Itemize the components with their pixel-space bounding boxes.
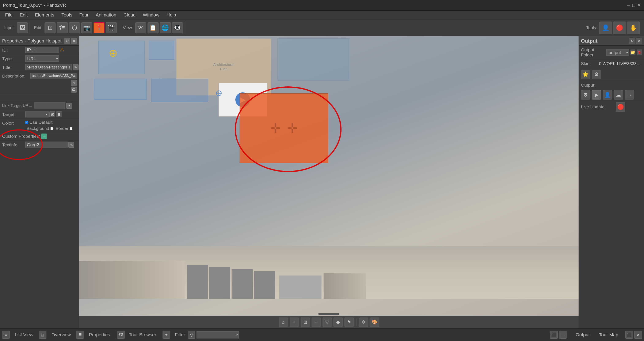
id-warning-icon: ⚠ [60,47,64,53]
blank-row [0,94,79,101]
skin-icon-1[interactable]: ⭐ [581,70,590,79]
menu-tour[interactable]: Tour [76,12,92,19]
view-icon-3[interactable]: 🌐 [160,23,171,33]
output-folder-delete-button[interactable]: 🗑 [636,50,642,55]
use-default-label: Use Default [29,120,52,125]
description-input[interactable] [30,73,77,79]
output-expand-button[interactable]: ⬛ [626,331,633,339]
vp-hotspot-button[interactable]: ◆ [334,317,343,327]
menu-help[interactable]: Help [163,12,180,19]
menu-edit[interactable]: Edit [16,12,31,19]
vp-pan-button[interactable]: ✥ [359,317,368,327]
description-edit-button[interactable]: ✎ [71,80,77,86]
input-icon-1[interactable]: 🖼 [17,23,28,33]
target-select[interactable] [25,111,48,118]
viewport-canvas: ArchitecturalPlan ▶ ✛ ✛ [79,36,578,328]
output-tab-tour-map[interactable]: Tour Map [594,331,622,338]
id-input[interactable] [25,47,59,53]
overview-icon[interactable]: ⊡ [39,331,46,339]
tab-list-view[interactable]: List View [10,331,38,338]
edit-icon-1[interactable]: ⊞ [44,23,56,33]
output-folder-select[interactable]: output [606,49,629,56]
title-input[interactable] [25,64,72,70]
target-icon-1[interactable]: ⊕ [50,111,55,117]
tools-icon-3[interactable]: ✋ [627,22,640,34]
viewport[interactable]: ArchitecturalPlan ▶ ✛ ✛ [79,36,578,328]
bottom-minimize-button[interactable]: ─ [559,331,566,339]
window-title: Pomp_Tour_8.p2vr - Pano2VR [3,3,66,8]
tour-browser-extra-button[interactable]: + [162,331,170,339]
target-label: Target: [2,111,25,117]
output-close-button[interactable]: ✕ [636,38,642,44]
tools-icon-1[interactable]: 👤 [599,22,612,34]
menu-animation[interactable]: Animation [92,12,120,19]
type-value-container: URL [25,55,77,62]
use-default-checkbox[interactable] [25,121,28,124]
properties-icon[interactable]: ≣ [76,331,84,339]
output-settings-button[interactable]: ⚙ [629,38,635,44]
viewport-scrollbar[interactable] [318,313,340,315]
edit-icon-5[interactable]: 📍 [94,23,104,33]
skin-icon-2[interactable]: ⚙ [592,70,601,79]
vp-color-button[interactable]: 🎨 [370,317,379,327]
live-update-button[interactable]: 🔴 [616,102,625,112]
output-folder-label: Output Folder: [581,47,605,58]
output-close-bottom-button[interactable]: ✕ [634,331,642,339]
background-checkbox[interactable] [50,127,53,130]
type-select[interactable]: URL [25,55,59,62]
vp-move-button[interactable]: ↔ [312,317,321,327]
menu-file[interactable]: File [2,12,16,19]
output-folder-browse-button[interactable]: 📁 [630,50,636,55]
menu-tools[interactable]: Tools [58,12,76,19]
textinfo-row: Textinfo: ✎ [0,141,79,149]
list-view-icon[interactable]: ≡ [2,331,10,339]
edit-icon-3[interactable]: ⬡ [69,23,80,33]
vp-separator-1 [356,318,356,326]
vp-home-button[interactable]: ⌂ [278,317,288,327]
output-icon-user[interactable]: 👤 [603,90,612,100]
output-icon-gear[interactable]: ⚙ [581,90,590,100]
description-image-button[interactable]: 🖼 [71,87,77,93]
filter-icon[interactable]: ▽ [188,331,195,339]
textinfo-input[interactable] [25,142,68,148]
view-section: View: 👁 📋 🌐 👁‍🗨 [121,22,185,34]
title-edit-button[interactable]: ✎ [72,64,78,70]
vp-filter-button[interactable]: ▽ [322,317,332,327]
tab-tour-browser[interactable]: Tour Browser [125,331,161,338]
filter-select[interactable] [196,331,239,338]
tools-icon-2[interactable]: 🔴 [613,22,626,34]
menu-cloud[interactable]: Cloud [120,12,139,19]
add-custom-property-button[interactable]: + [41,134,47,139]
properties-settings-button[interactable]: ⚙ [64,38,70,44]
minimize-button[interactable]: ─ [627,3,630,8]
view-icon-1[interactable]: 👁 [135,23,146,33]
output-icon-play[interactable]: ▶ [592,90,601,100]
output-tab-output[interactable]: Output [572,331,594,338]
view-icon-2[interactable]: 📋 [148,23,158,33]
target-icon-2[interactable]: ■ [56,111,62,117]
bottom-expand-button[interactable]: ⬛ [550,331,558,339]
tab-properties[interactable]: Properties [85,331,114,338]
close-button[interactable]: ✕ [637,3,641,8]
border-checkbox[interactable] [70,127,72,130]
menu-window[interactable]: Window [140,12,163,19]
properties-close-button[interactable]: ✕ [71,38,77,44]
background-label: Background [26,126,49,131]
link-target-dropdown[interactable]: ▼ [66,103,72,109]
skin-value: 0 WORK LIVE\3333_Pompiduo_02.ggsk [599,61,642,66]
edit-icon-2[interactable]: 🗺 [57,23,68,33]
edit-icon-4[interactable]: 📷 [81,23,92,33]
output-icon-arrow[interactable]: → [625,90,634,100]
vp-add-button[interactable]: + [290,317,299,327]
menu-elements[interactable]: Elements [32,12,58,19]
tour-browser-icon[interactable]: 🗺 [117,331,125,339]
maximize-button[interactable]: □ [632,3,635,8]
view-icon-4[interactable]: 👁‍🗨 [172,23,183,33]
tab-overview[interactable]: Overview [47,331,75,338]
vp-grid-button[interactable]: ⊞ [300,317,310,327]
output-icon-cloud[interactable]: ☁ [614,90,623,100]
vp-flag-button[interactable]: ⚑ [344,317,354,327]
link-target-input[interactable] [34,103,66,109]
textinfo-edit-button[interactable]: ✎ [68,142,74,148]
edit-icon-6[interactable]: 🎬 [106,23,117,33]
